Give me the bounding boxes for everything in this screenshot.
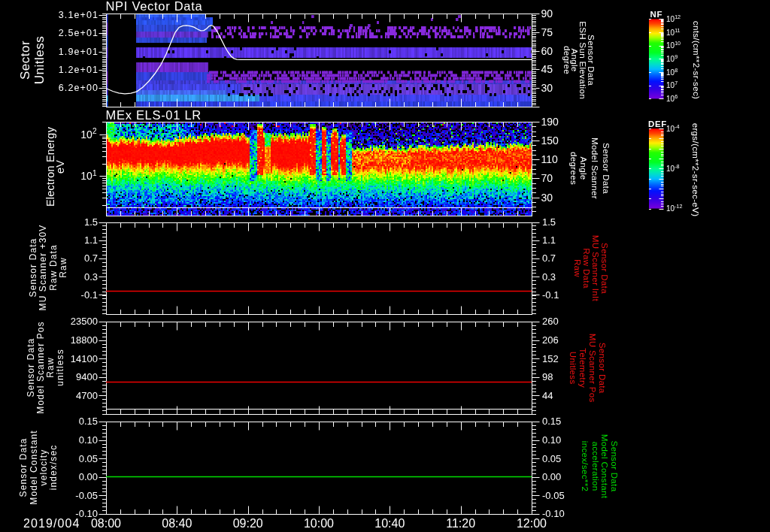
svg-text:1.2e+01: 1.2e+01 [59,65,99,75]
svg-text:0.00: 0.00 [542,471,561,482]
svg-text:110: 110 [541,153,559,165]
svg-text:0.00: 0.00 [79,471,98,482]
svg-text:Sensor Data: Sensor Data [18,438,29,497]
svg-text:Unitless: Unitless [568,352,578,385]
svg-text:incex/sec**2: incex/sec**2 [581,441,590,491]
svg-text:Sector: Sector [18,41,32,80]
svg-text:190: 190 [541,116,559,128]
svg-text:0.15: 0.15 [79,416,98,427]
svg-text:cnts/(cm**2-sr-sec): cnts/(cm**2-sr-sec) [692,21,701,99]
svg-text:0.10: 0.10 [79,434,98,446]
svg-text:0.05: 0.05 [79,453,98,464]
svg-text:Sensor Data: Sensor Data [26,338,36,397]
svg-text:3.1e+01: 3.1e+01 [59,10,99,20]
svg-text:152: 152 [542,353,559,364]
svg-text:75: 75 [541,26,553,38]
svg-text:Unitless: Unitless [32,36,47,84]
svg-text:1.9e+01: 1.9e+01 [59,47,99,57]
svg-text:108: 108 [666,67,678,77]
svg-text:ergs/(cm**2-sr-sec-eV): ergs/(cm**2-sr-sec-eV) [691,123,700,217]
svg-text:260: 260 [542,316,559,327]
svg-text:index/sec: index/sec [48,445,59,491]
svg-text:1.5: 1.5 [84,216,98,228]
svg-text:Raw: Raw [573,259,582,277]
svg-text:velocity: velocity [38,449,49,486]
svg-text:Raw: Raw [58,257,68,277]
svg-text:1012: 1012 [666,14,681,23]
svg-text:0.7: 0.7 [542,252,556,264]
svg-text:109: 109 [666,53,678,63]
svg-text:degrees: degrees [569,152,578,185]
svg-text:102: 102 [80,127,97,140]
svg-text:Sensor Data: Sensor Data [598,343,607,394]
svg-text:0.15: 0.15 [542,416,561,427]
svg-text:1.1: 1.1 [84,234,98,246]
svg-text:0.7: 0.7 [84,252,98,264]
svg-text:23500: 23500 [71,316,98,327]
svg-text:4700: 4700 [76,390,98,401]
svg-text:44: 44 [542,390,553,401]
svg-text:1011: 1011 [666,27,681,37]
svg-text:Telemetry: Telemetry [578,348,587,388]
svg-text:30: 30 [541,192,553,204]
svg-text:MU Scanner +30V: MU Scanner +30V [38,225,48,311]
svg-text:1.5: 1.5 [542,216,556,228]
svg-text:14100: 14100 [71,353,98,364]
svg-text:2.5e+01: 2.5e+01 [59,28,99,38]
svg-text:Model Scanner Pos: Model Scanner Pos [35,321,46,413]
svg-text:Raw: Raw [45,357,56,377]
svg-text:6.2e+00: 6.2e+00 [59,83,99,93]
svg-text:101: 101 [80,169,97,182]
svg-text:1010: 1010 [666,40,681,50]
svg-text:-0.1: -0.1 [81,289,98,301]
svg-text:10-4: 10-4 [666,123,680,133]
svg-text:10:40: 10:40 [374,517,405,530]
svg-text:-0.05: -0.05 [75,490,98,501]
svg-text:Model Scanner: Model Scanner [590,138,599,199]
svg-text:60: 60 [541,45,553,57]
svg-text:MU Scanner Pos: MU Scanner Pos [588,334,597,403]
svg-text:acceleration: acceleration [591,441,600,491]
svg-text:10:00: 10:00 [304,517,334,530]
svg-text:Angle: Angle [579,156,588,180]
svg-text:Sensor Data: Sensor Data [600,243,609,294]
svg-text:30: 30 [541,82,553,94]
svg-text:Sensor Data: Sensor Data [610,441,619,492]
svg-text:Sensor Data: Sensor Data [602,143,611,194]
svg-text:9400: 9400 [76,371,98,382]
svg-text:MU Scanner InIt: MU Scanner InIt [591,235,600,302]
svg-text:unitless: unitless [55,349,65,386]
svg-text:0.3: 0.3 [542,271,556,283]
svg-text:degree: degree [562,46,571,74]
svg-text:-0.1: -0.1 [542,289,559,301]
svg-text:08:40: 08:40 [162,517,192,530]
svg-text:-0.05: -0.05 [542,490,565,501]
svg-text:70: 70 [541,172,553,184]
svg-text:1.1: 1.1 [542,234,556,246]
svg-text:NPI Vector Data: NPI Vector Data [106,0,203,13]
svg-text:10-12: 10-12 [666,203,683,213]
svg-text:08:00: 08:00 [91,517,121,530]
svg-text:12:00: 12:00 [517,517,547,530]
svg-text:10-8: 10-8 [666,163,680,173]
svg-text:Raw Data: Raw Data [582,248,591,289]
svg-text:45: 45 [541,63,553,75]
svg-text:206: 206 [542,334,559,346]
svg-text:0.05: 0.05 [542,453,561,464]
svg-text:NF: NF [650,10,663,19]
svg-text:eV: eV [54,160,66,174]
svg-text:Model Constant: Model Constant [29,430,39,504]
svg-text:98: 98 [542,371,553,382]
svg-text:2019/004: 2019/004 [23,517,80,530]
svg-text:0.3: 0.3 [84,271,98,283]
svg-text:09:20: 09:20 [233,517,263,530]
svg-text:107: 107 [666,80,678,89]
svg-text:11:20: 11:20 [446,517,475,530]
svg-text:0.10: 0.10 [542,434,561,446]
svg-text:18800: 18800 [71,334,98,346]
svg-text:MEx ELS-01 LR: MEx ELS-01 LR [106,108,202,122]
svg-text:150: 150 [541,135,559,147]
svg-text:Model Constant: Model Constant [600,434,609,499]
svg-text:90: 90 [541,8,553,20]
svg-text:Sensor Data: Sensor Data [28,238,38,298]
